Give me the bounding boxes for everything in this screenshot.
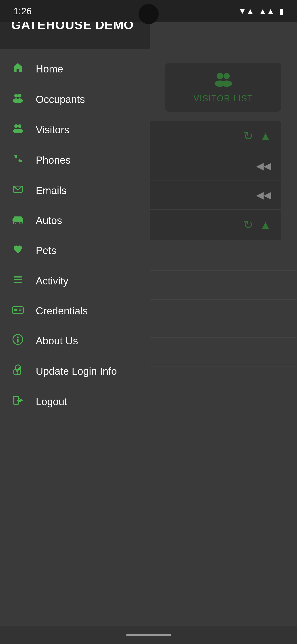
camera-pill [139, 4, 159, 24]
sidebar-item-autos[interactable]: Autos [0, 206, 150, 235]
svg-rect-17 [14, 276, 22, 278]
update-login-icon [11, 364, 24, 378]
phones-icon [11, 153, 24, 167]
emails-icon [11, 183, 24, 198]
svg-rect-22 [19, 308, 22, 310]
sidebar-label-update-login: Update Login Info [36, 365, 117, 377]
activity-icon [11, 274, 24, 288]
occupants-icon [11, 92, 24, 106]
sidebar-item-credentials[interactable]: Credentials [0, 296, 150, 326]
svg-point-4 [14, 94, 18, 98]
sidebar-label-occupants: Occupants [36, 93, 85, 105]
svg-point-26 [17, 336, 19, 338]
sidebar-label-about: About Us [36, 335, 78, 347]
credentials-icon [11, 304, 24, 318]
sidebar-item-emails[interactable]: Emails [0, 175, 150, 206]
sidebar-item-pets[interactable]: Pets [0, 235, 150, 266]
sidebar: GATEHOUSE DEMO Home Occupants [0, 0, 150, 644]
svg-point-5 [18, 94, 21, 98]
sidebar-label-phones: Phones [36, 154, 71, 166]
svg-rect-21 [14, 308, 17, 311]
sidebar-label-credentials: Credentials [36, 305, 88, 317]
sidebar-item-activity[interactable]: Activity [0, 266, 150, 296]
svg-point-7 [16, 98, 23, 103]
svg-point-15 [13, 222, 16, 224]
sidebar-item-occupants[interactable]: Occupants [0, 84, 150, 114]
svg-rect-19 [14, 282, 22, 283]
sidebar-label-activity: Activity [36, 275, 68, 287]
signal-icon: ▲▲ [259, 6, 275, 16]
svg-rect-14 [14, 216, 22, 220]
sidebar-item-phones[interactable]: Phones [0, 145, 150, 175]
sidebar-label-logout: Logout [36, 396, 67, 408]
status-icons: ▼▲ ▲▲ ▮ [238, 6, 284, 16]
visitors-icon [11, 122, 24, 137]
pets-icon [11, 243, 24, 258]
sidebar-item-visitors[interactable]: Visitors [0, 114, 150, 145]
sidebar-label-emails: Emails [36, 184, 67, 196]
svg-rect-23 [19, 310, 21, 311]
sidebar-nav: Home Occupants [0, 49, 150, 644]
sidebar-item-logout[interactable]: Logout [0, 386, 150, 417]
sidebar-label-pets: Pets [36, 244, 56, 256]
sidebar-label-autos: Autos [36, 214, 62, 226]
svg-rect-18 [14, 279, 22, 280]
home-icon [11, 62, 24, 76]
about-icon [11, 334, 24, 348]
status-time: 1:26 [13, 6, 32, 16]
autos-icon [11, 214, 24, 227]
bottom-bar [0, 626, 297, 644]
sidebar-item-update-login[interactable]: Update Login Info [0, 356, 150, 386]
svg-point-9 [18, 124, 21, 128]
sidebar-label-home: Home [36, 63, 63, 75]
svg-rect-29 [17, 372, 18, 374]
svg-rect-25 [17, 338, 18, 342]
sidebar-item-home[interactable]: Home [0, 54, 150, 84]
wifi-icon: ▼▲ [238, 6, 254, 16]
logout-icon [11, 394, 24, 409]
svg-point-16 [20, 222, 22, 224]
status-bar: 1:26 ▼▲ ▲▲ ▮ [0, 0, 297, 22]
battery-icon: ▮ [279, 6, 284, 16]
svg-point-8 [14, 124, 18, 128]
svg-point-11 [16, 129, 23, 133]
sidebar-label-visitors: Visitors [36, 124, 69, 136]
bottom-pill [126, 634, 171, 636]
sidebar-item-about[interactable]: About Us [0, 326, 150, 356]
